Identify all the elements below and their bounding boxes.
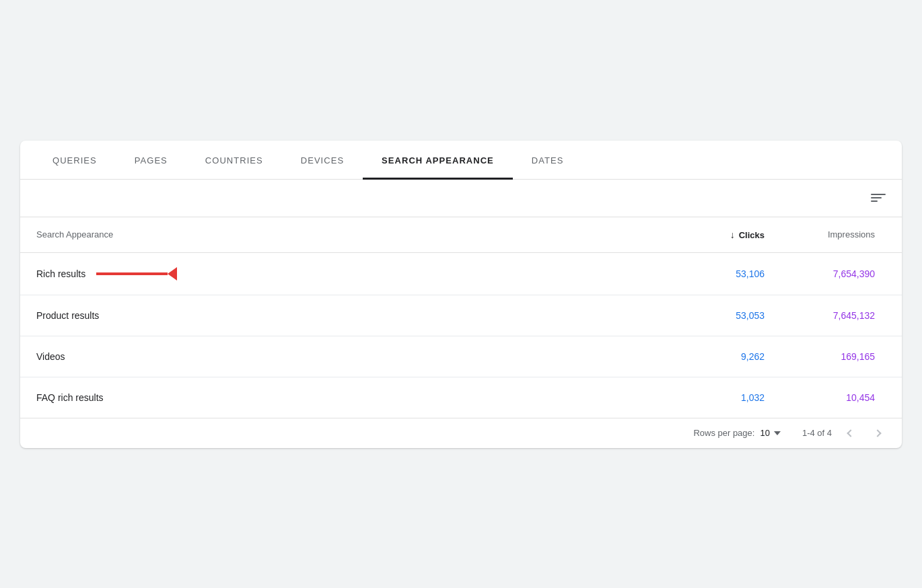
annotation-arrow-icon bbox=[96, 268, 177, 280]
table-row[interactable]: Rich results53,1067,654,390 bbox=[20, 252, 902, 295]
table-row[interactable]: Videos9,262169,165 bbox=[20, 336, 902, 377]
tab-search-appearance[interactable]: SEARCH APPEARANCE bbox=[363, 141, 513, 180]
filter-button[interactable] bbox=[871, 194, 886, 202]
rows-per-page-container: Rows per page: 10 bbox=[693, 428, 781, 438]
chevron-right-icon bbox=[874, 429, 881, 437]
tabs-container: QUERIES PAGES COUNTRIES DEVICES SEARCH A… bbox=[20, 141, 902, 180]
cell-name: FAQ rich results bbox=[20, 377, 673, 418]
tab-dates[interactable]: DATES bbox=[513, 141, 583, 180]
table-row[interactable]: FAQ rich results1,03210,454 bbox=[20, 377, 902, 418]
pagination-info: 1-4 of 4 bbox=[802, 428, 832, 438]
table-row[interactable]: Product results53,0537,645,132 bbox=[20, 295, 902, 336]
filter-bar bbox=[20, 180, 902, 217]
main-card: QUERIES PAGES COUNTRIES DEVICES SEARCH A… bbox=[20, 141, 902, 448]
prev-page-button[interactable] bbox=[843, 428, 859, 439]
tab-queries[interactable]: QUERIES bbox=[34, 141, 116, 180]
cell-name: Rich results bbox=[20, 252, 673, 295]
table-footer: Rows per page: 10 1-4 of 4 bbox=[20, 418, 902, 448]
cell-clicks: 53,053 bbox=[673, 295, 781, 336]
col-header-impressions[interactable]: Impressions bbox=[781, 217, 902, 253]
cell-name: Product results bbox=[20, 295, 673, 336]
rows-per-page-select[interactable]: 10 bbox=[760, 428, 780, 438]
rows-per-page-value: 10 bbox=[760, 428, 769, 438]
tab-countries[interactable]: COUNTRIES bbox=[186, 141, 282, 180]
col-header-search-appearance: Search Appearance bbox=[20, 217, 673, 253]
cell-impressions: 7,654,390 bbox=[781, 252, 902, 295]
next-page-button[interactable] bbox=[870, 428, 886, 439]
tab-devices[interactable]: DEVICES bbox=[282, 141, 363, 180]
cell-clicks: 1,032 bbox=[673, 377, 781, 418]
data-table: Search Appearance ↓Clicks Impressions Ri… bbox=[20, 217, 902, 418]
col-header-clicks[interactable]: ↓Clicks bbox=[673, 217, 781, 253]
cell-impressions: 7,645,132 bbox=[781, 295, 902, 336]
rows-per-page-label: Rows per page: bbox=[693, 428, 754, 438]
cell-clicks: 9,262 bbox=[673, 336, 781, 377]
cell-impressions: 10,454 bbox=[781, 377, 902, 418]
cell-name: Videos bbox=[20, 336, 673, 377]
cell-clicks: 53,106 bbox=[673, 252, 781, 295]
cell-impressions: 169,165 bbox=[781, 336, 902, 377]
table-header-row: Search Appearance ↓Clicks Impressions bbox=[20, 217, 902, 253]
sort-arrow-icon: ↓ bbox=[730, 229, 735, 240]
tab-pages[interactable]: PAGES bbox=[116, 141, 186, 180]
chevron-left-icon bbox=[847, 429, 854, 437]
rows-per-page-chevron-icon bbox=[774, 431, 781, 435]
